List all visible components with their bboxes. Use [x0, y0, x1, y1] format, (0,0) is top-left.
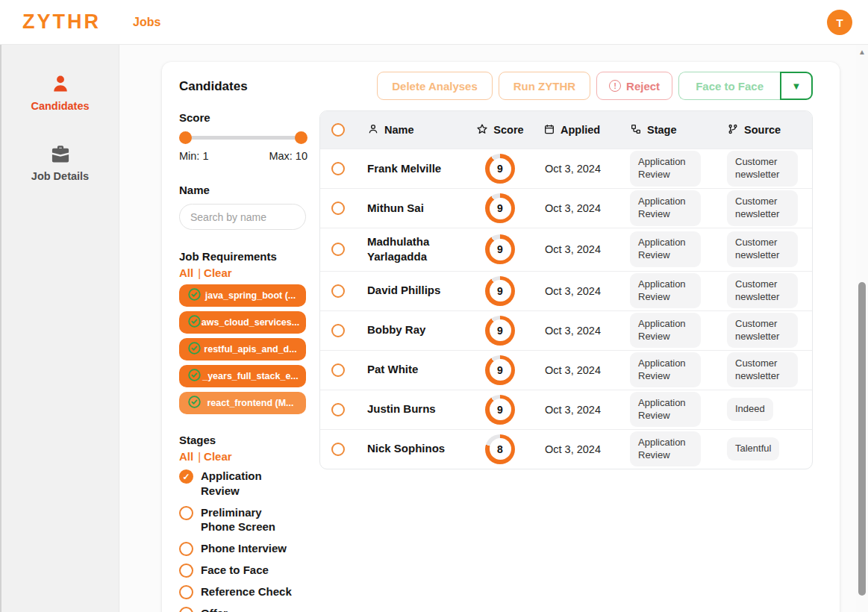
requirement-chip[interactable]: aws_cloud_services... — [179, 311, 306, 334]
search-by-name-input[interactable] — [179, 204, 306, 230]
radio-circle-icon[interactable] — [179, 607, 193, 612]
stage-option[interactable]: Phone Interview — [179, 541, 307, 556]
vertical-scrollbar[interactable]: ▲ — [856, 45, 868, 612]
slider-max-handle[interactable] — [295, 131, 307, 144]
stage-option-label: Offer — [201, 606, 228, 612]
requirement-chip-label: restful_apis_and_d... — [201, 344, 306, 355]
stage-option[interactable]: Application Review — [179, 469, 307, 499]
requirements-all-link[interactable]: All — [179, 266, 193, 279]
table-row[interactable]: Bobby Ray 9 Oct 3, 2024 Application Revi… — [320, 310, 812, 350]
delete-analyses-button[interactable]: Delete Analyses — [377, 72, 493, 100]
score-ring: 9 — [485, 154, 515, 184]
stages-clear-link[interactable]: Clear — [204, 450, 232, 463]
column-header-stage[interactable]: Stage — [647, 124, 677, 136]
source-badge: Customer newsletter — [727, 313, 798, 349]
stage-option[interactable]: Reference Check — [179, 584, 307, 599]
stage-option-label: Face to Face — [201, 563, 269, 578]
row-select-circle[interactable] — [331, 202, 345, 215]
row-select-circle[interactable] — [331, 363, 345, 377]
table-row[interactable]: David Phillips 9 Oct 3, 2024 Application… — [320, 271, 812, 310]
row-select-circle[interactable] — [331, 243, 345, 256]
requirement-chip[interactable]: react_frontend (M... — [179, 392, 306, 414]
score-ring: 9 — [485, 355, 515, 385]
table-row[interactable]: Pat White 9 Oct 3, 2024 Application Revi… — [320, 350, 812, 390]
radio-circle-icon[interactable] — [179, 585, 193, 599]
column-header-applied[interactable]: Applied — [561, 124, 600, 136]
stage-option[interactable]: Preliminary Phone Screen — [179, 505, 307, 535]
requirements-clear-link[interactable]: Clear — [204, 266, 232, 279]
radio-circle-icon[interactable] — [179, 506, 193, 520]
column-header-source[interactable]: Source — [744, 124, 781, 136]
radio-circle-icon[interactable] — [179, 563, 193, 578]
stage-option[interactable]: Offer — [179, 606, 307, 612]
sidebar-item-label: Job Details — [31, 170, 89, 182]
filters-sidebar: Score Min: 1 Max: 10 Name Job Requiremen… — [179, 111, 307, 612]
check-circle-icon — [188, 288, 201, 304]
stages-all-link[interactable]: All — [179, 450, 193, 463]
requirement-chip-label: _years_full_stack_e... — [201, 371, 306, 381]
brand-logo[interactable]: ZYTHR — [22, 10, 101, 34]
panel-title: Candidates — [179, 79, 248, 94]
applied-date: Oct 3, 2024 — [532, 443, 617, 455]
stage-badge: Application Review — [630, 313, 701, 349]
requirement-chip-label: java_spring_boot (... — [201, 290, 306, 301]
workflow-icon — [630, 123, 642, 137]
row-select-circle[interactable] — [331, 284, 345, 298]
applied-date: Oct 3, 2024 — [532, 163, 617, 175]
reject-button[interactable]: ! Reject — [596, 72, 672, 100]
requirement-chip[interactable]: java_spring_boot (... — [179, 284, 306, 307]
row-select-circle[interactable] — [331, 324, 345, 337]
applied-date: Oct 3, 2024 — [532, 404, 617, 416]
face-to-face-button[interactable]: Face to Face — [678, 72, 780, 100]
column-header-score[interactable]: Score — [493, 124, 523, 136]
candidate-name: Madhulatha Yarlagadda — [356, 228, 468, 271]
table-row[interactable]: Justin Burns 9 Oct 3, 2024 Application R… — [320, 390, 812, 429]
top-bar: ZYTHR Jobs T — [0, 0, 868, 45]
slider-min-handle[interactable] — [179, 131, 192, 144]
sidebar-item-job-details[interactable]: Job Details — [1, 145, 119, 182]
run-zythr-button[interactable]: Run ZYTHR — [499, 72, 590, 100]
table-row[interactable]: Madhulatha Yarlagadda 9 Oct 3, 2024 Appl… — [320, 228, 812, 271]
stage-option-label: Phone Interview — [201, 541, 287, 556]
select-all-circle[interactable] — [331, 123, 345, 137]
stage-option[interactable]: Face to Face — [179, 563, 307, 578]
branch-icon — [727, 123, 739, 137]
score-value: 9 — [490, 198, 511, 219]
score-value: 8 — [490, 438, 511, 460]
requirement-chips: java_spring_boot (... aws_cloud_services… — [179, 284, 307, 414]
candidate-name: Bobby Ray — [356, 316, 468, 343]
sidebar-item-candidates[interactable]: Candidates — [1, 73, 119, 112]
table-row[interactable]: Nick Sophinos 8 Oct 3, 2024 Application … — [320, 429, 812, 469]
page-title: Jobs — [133, 16, 160, 29]
person-icon — [50, 73, 71, 94]
candidate-name: Nick Sophinos — [356, 435, 468, 462]
stage-dropdown-button[interactable]: ▼ — [780, 72, 813, 100]
radio-circle-icon[interactable] — [179, 542, 193, 556]
divider: | — [198, 266, 201, 279]
radio-circle-icon[interactable] — [179, 469, 193, 484]
table-row[interactable]: Mithun Sai 9 Oct 3, 2024 Application Rev… — [320, 188, 812, 228]
slider-track — [181, 136, 306, 140]
requirement-chip[interactable]: restful_apis_and_d... — [179, 338, 306, 360]
star-icon — [476, 123, 488, 137]
stage-badge: Application Review — [630, 190, 701, 226]
candidate-name: Mithun Sai — [356, 195, 468, 222]
stage-badge: Application Review — [630, 352, 701, 388]
candidates-table: Name Score Applied — [319, 110, 813, 469]
candidate-name: Pat White — [356, 356, 468, 383]
name-filter-label: Name — [179, 184, 307, 196]
source-badge: Customer newsletter — [727, 231, 798, 267]
scrollbar-thumb[interactable] — [858, 282, 866, 596]
row-select-circle[interactable] — [331, 443, 345, 456]
candidates-panel: Candidates Delete Analyses Run ZYTHR ! R… — [162, 62, 840, 612]
chevron-down-icon: ▼ — [792, 81, 802, 92]
row-select-circle[interactable] — [331, 162, 345, 175]
column-header-name[interactable]: Name — [384, 124, 414, 136]
row-select-circle[interactable] — [331, 403, 345, 416]
source-badge: Customer newsletter — [727, 352, 798, 388]
scroll-up-arrow-icon[interactable]: ▲ — [858, 49, 867, 56]
requirement-chip[interactable]: _years_full_stack_e... — [179, 365, 306, 387]
table-row[interactable]: Frank Melville 9 Oct 3, 2024 Application… — [320, 149, 812, 188]
user-avatar[interactable]: T — [827, 10, 852, 35]
stage-badge: Application Review — [630, 431, 701, 467]
